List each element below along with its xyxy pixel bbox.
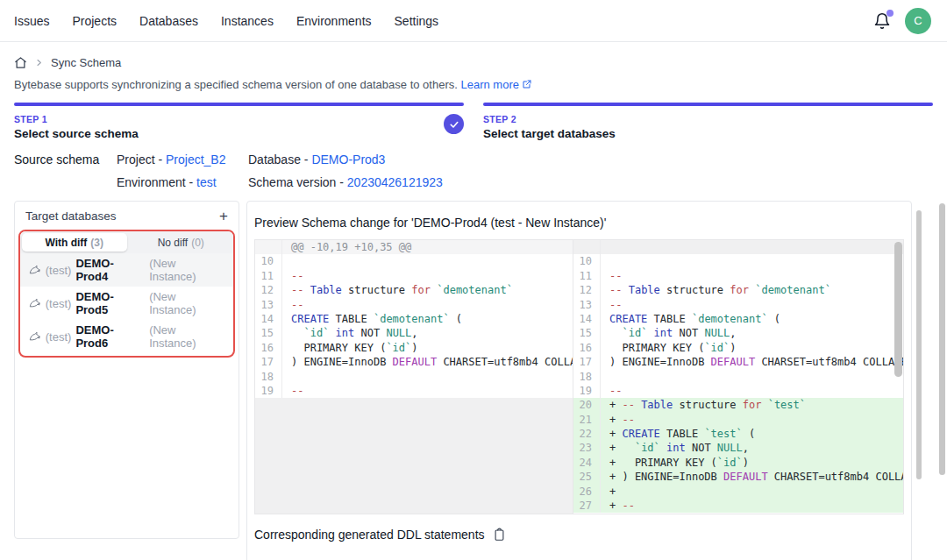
top-nav: IssuesProjectsDatabasesInstancesEnvironm… — [0, 0, 947, 42]
tab-with-diff-label: With diff — [45, 237, 87, 249]
diff-line[interactable]: 24+ PRIMARY KEY (`id`) — [573, 456, 903, 470]
environment-link[interactable]: test — [196, 175, 217, 189]
line-number: 20 — [573, 398, 601, 412]
target-database-item-demo-prod6[interactable]: (test)DEMO-Prod6(New Instance) — [20, 320, 233, 353]
diff-line[interactable]: 26+ — [573, 485, 903, 499]
diff-line[interactable]: 14CREATE TABLE `demotenant` ( — [573, 312, 903, 326]
nav-item-environments[interactable]: Environments — [296, 14, 372, 28]
line-number: 19 — [255, 384, 282, 398]
diff-line[interactable]: 14CREATE TABLE `demotenant` ( — [255, 312, 573, 326]
mysql-icon — [29, 264, 41, 276]
tab-with-diff[interactable]: With diff (3) — [22, 233, 127, 252]
add-target-database-button[interactable]: + — [219, 210, 228, 223]
preview-panel: Preview Schema change for 'DEMO-Prod4 (t… — [246, 201, 912, 560]
line-number: 24 — [573, 456, 601, 470]
editor-scrollbar[interactable] — [894, 242, 902, 377]
nav-item-projects[interactable]: Projects — [72, 14, 117, 28]
code-line: PRIMARY KEY (`id`) — [601, 341, 903, 355]
diff-line[interactable]: 11-- — [255, 269, 573, 283]
tab-no-diff[interactable]: No diff (0) — [129, 231, 234, 253]
diff-line[interactable]: 12-- Table structure for `demotenant` — [255, 283, 573, 297]
nav-item-settings[interactable]: Settings — [395, 14, 439, 28]
diff-line[interactable]: 15 `id` int NOT NULL, — [255, 326, 573, 340]
line-number: 15 — [573, 326, 601, 340]
db-name: DEMO-Prod5 — [75, 290, 145, 316]
diff-line[interactable]: 17) ENGINE=InnoDB DEFAULT CHARSET=utf8mb… — [573, 355, 903, 369]
diff-editor[interactable]: @@ -10,19 +10,35 @@1011--12-- Table stru… — [254, 239, 904, 514]
step-1-bar — [14, 103, 464, 106]
diff-line[interactable]: 18 — [573, 370, 903, 384]
diff-line[interactable]: 18 — [255, 370, 573, 384]
code-line: + ) ENGINE=InnoDB DEFAULT CHARSET=utf8mb… — [601, 470, 903, 484]
schema-version-link[interactable]: 20230426121923 — [347, 175, 443, 189]
panel-scrollbar[interactable] — [916, 210, 922, 479]
line-number: 16 — [255, 341, 282, 355]
line-number: 16 — [573, 341, 601, 355]
db-environment: (test) — [46, 330, 72, 344]
code-line: ) ENGINE=InnoDB DEFAULT CHARSET=utf8mb4 … — [282, 355, 573, 369]
line-number: 25 — [573, 470, 601, 484]
learn-more-link[interactable]: Learn more — [460, 78, 518, 91]
diff-line[interactable]: 27+ -- — [573, 499, 903, 513]
window-scrollbar[interactable] — [939, 203, 945, 475]
home-icon[interactable] — [14, 56, 27, 69]
code-line: `id` int NOT NULL, — [282, 326, 573, 340]
db-instance-suffix: (New Instance) — [149, 257, 224, 283]
diff-line[interactable]: 10 — [255, 254, 573, 268]
diff-line[interactable]: 17) ENGINE=InnoDB DEFAULT CHARSET=utf8mb… — [255, 355, 573, 369]
diff-line[interactable]: 20+ -- Table structure for `test` — [573, 398, 903, 412]
step-2: STEP 2 Select target databases — [483, 103, 933, 140]
step-1-check-icon — [444, 114, 464, 134]
code-line: -- — [601, 384, 903, 398]
code-line: -- Table structure for `demotenant` — [601, 283, 903, 297]
code-line: + -- Table structure for `test` — [601, 398, 903, 412]
diff-line[interactable]: 12-- Table structure for `demotenant` — [573, 283, 903, 297]
line-number — [573, 240, 601, 254]
diff-line[interactable]: 21+ -- — [573, 413, 903, 427]
diff-line[interactable]: 19-- — [573, 384, 903, 398]
nav-item-databases[interactable]: Databases — [139, 14, 198, 28]
database-link[interactable]: DEMO-Prod3 — [311, 152, 385, 167]
external-link-icon[interactable] — [522, 79, 532, 89]
db-name: DEMO-Prod4 — [75, 257, 145, 283]
copy-button[interactable] — [493, 528, 506, 542]
code-line: CREATE TABLE `demotenant` ( — [601, 312, 903, 326]
diff-line[interactable]: 10 — [573, 254, 903, 268]
diff-line[interactable]: 25+ ) ENGINE=InnoDB DEFAULT CHARSET=utf8… — [573, 470, 903, 484]
line-number: 13 — [573, 298, 601, 312]
diff-pane-modified[interactable]: 1011--12-- Table structure for `demotena… — [573, 240, 903, 514]
environment-label: Environment - — [117, 175, 196, 189]
line-number: 17 — [573, 355, 601, 369]
nav-right: C — [873, 8, 931, 34]
mysql-icon — [29, 330, 41, 343]
ddl-statements-title: Corresponding generated DDL statements — [254, 528, 485, 542]
line-number: 12 — [573, 283, 601, 297]
diff-line[interactable]: 13-- — [255, 298, 573, 312]
diff-line[interactable]: 19-- — [255, 384, 573, 398]
target-database-item-demo-prod4[interactable]: (test)DEMO-Prod4(New Instance) — [20, 253, 233, 287]
avatar[interactable]: C — [905, 8, 931, 34]
target-database-item-demo-prod5[interactable]: (test)DEMO-Prod5(New Instance) — [20, 287, 233, 320]
line-number: 22 — [573, 427, 601, 441]
nav-items: IssuesProjectsDatabasesInstancesEnvironm… — [14, 14, 438, 28]
nav-item-issues[interactable]: Issues — [14, 14, 49, 28]
diff-pane-original[interactable]: @@ -10,19 +10,35 @@1011--12-- Table stru… — [255, 240, 573, 514]
step-1-title: Select source schema — [14, 127, 464, 140]
database-label: Database - — [248, 152, 311, 167]
nav-item-instances[interactable]: Instances — [221, 14, 274, 28]
db-name: DEMO-Prod6 — [75, 323, 145, 350]
line-number: 15 — [255, 326, 282, 340]
line-number: 18 — [573, 370, 601, 384]
diff-line[interactable]: 11-- — [573, 269, 903, 283]
diff-line[interactable]: 16 PRIMARY KEY (`id`) — [573, 341, 903, 355]
diff-line[interactable]: 13-- — [573, 298, 903, 312]
code-line: + `id` int NOT NULL, — [601, 441, 903, 455]
project-link[interactable]: Project_B2 — [166, 152, 225, 167]
diff-line[interactable]: 15 `id` int NOT NULL, — [573, 326, 903, 340]
notifications-button[interactable] — [873, 12, 891, 30]
diff-line[interactable]: 22+ CREATE TABLE `test` ( — [573, 427, 903, 441]
diff-line[interactable]: 23+ `id` int NOT NULL, — [573, 441, 903, 455]
line-number — [255, 240, 282, 254]
diff-line[interactable]: 16 PRIMARY KEY (`id`) — [255, 341, 573, 355]
line-number: 27 — [573, 499, 601, 513]
